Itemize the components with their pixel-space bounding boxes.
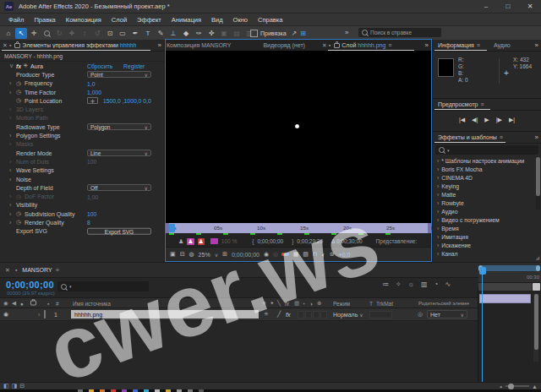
toolbar-overflow-icon[interactable]: » <box>345 29 348 36</box>
dof-factor-value[interactable]: 1,00 <box>87 193 98 199</box>
panel-overflow-icon[interactable]: » <box>535 133 538 141</box>
layer-visibility-icon[interactable]: ◉ <box>3 311 8 318</box>
pixel-aspect-icon[interactable]: ⊚ <box>330 251 335 258</box>
frame-blending-icon[interactable]: ▥ <box>421 280 428 288</box>
expander-icon[interactable]: › <box>9 211 16 217</box>
viewer-playhead[interactable] <box>169 224 175 232</box>
tab-timeline-mansory[interactable]: MANSORY <box>22 267 52 273</box>
rectangle-mask-tool[interactable]: ▭ <box>117 28 128 39</box>
expander-icon[interactable]: › <box>437 175 439 181</box>
layer-expander-icon[interactable]: › <box>38 312 40 318</box>
snap-checkbox[interactable] <box>250 30 258 37</box>
panel-menu-icon[interactable]: ≡ <box>56 267 59 273</box>
expander-icon[interactable]: › <box>437 209 439 215</box>
panel-menu-icon[interactable]: ≡ <box>388 42 391 48</box>
viewer-time-ruler[interactable]: 0s05s10s15s20s25s30 <box>166 223 431 233</box>
multi-view-icon[interactable]: ▣ <box>170 251 176 258</box>
effects-category-matte[interactable]: ›Matte <box>433 190 541 199</box>
stopwatch-icon[interactable]: ◷ <box>16 97 25 104</box>
close-panel-icon[interactable]: ✕ <box>5 267 10 274</box>
source-name-column[interactable]: Имя источника <box>73 300 111 306</box>
zoom-out-icon[interactable]: ▲ <box>500 384 503 389</box>
panel-overflow-icon[interactable]: » <box>425 41 429 49</box>
effects-search-input[interactable]: ▾ <box>435 145 538 155</box>
expander-icon[interactable]: › <box>437 251 439 257</box>
zoom-slider-knob[interactable] <box>508 384 514 389</box>
panel-menu-icon[interactable]: ≡ <box>500 134 503 140</box>
panel-overflow-icon[interactable]: » <box>158 41 161 49</box>
depth-of-field-dropdown[interactable]: Off∨ <box>87 184 151 191</box>
effects-category-аудио[interactable]: ›Аудио <box>433 207 541 215</box>
expander-icon[interactable]: › <box>437 183 439 189</box>
eraser-tool[interactable]: ◆ <box>180 28 192 39</box>
layer-quality-icon[interactable]: ╱ <box>277 311 281 318</box>
selection-tool[interactable]: ↖ <box>15 28 27 39</box>
layer-toggle-cell[interactable] <box>320 311 327 318</box>
maximize-button[interactable]: □ <box>497 0 519 13</box>
tab-effects-presets[interactable]: Эффекты и шаблоны <box>438 134 497 140</box>
stopwatch-icon[interactable]: ◷ <box>16 89 25 95</box>
menu-композиция[interactable]: Композиция <box>61 16 107 24</box>
lock-icon[interactable] <box>14 43 20 48</box>
channel-swatch[interactable] <box>210 238 218 244</box>
last-frame-button[interactable]: ▶| <box>509 117 515 123</box>
num-of-dots-value[interactable]: 100 <box>87 159 96 165</box>
expander-icon[interactable]: › <box>9 159 16 165</box>
effects-category-канал[interactable]: ›Канал <box>433 249 541 258</box>
zoom-tool[interactable] <box>41 28 52 39</box>
parent-pickwhip-icon[interactable]: ◎ <box>418 311 423 318</box>
brush-tool[interactable]: ✎ <box>155 28 167 39</box>
current-timecode[interactable]: 0;00;00;00 <box>6 280 54 290</box>
playhead-handle[interactable] <box>479 267 486 275</box>
duration[interactable]: Δ 0;00;30;00 <box>331 238 363 244</box>
layer-name-selected[interactable]: hhhhh.png <box>71 310 259 318</box>
menu-слой[interactable]: Слой <box>107 16 132 24</box>
layer-duration-bar[interactable] <box>479 294 531 303</box>
stopwatch-icon[interactable]: ◷ <box>16 193 25 200</box>
graph-editor-icon[interactable]: ∿ <box>445 280 451 288</box>
stereo-3d-view-icon[interactable]: ◐ <box>321 252 325 258</box>
tab-effect-controls[interactable]: Элементы управления эффектами hhhhh <box>22 42 136 48</box>
effects-category-искажение[interactable]: ›Искажение <box>433 241 541 249</box>
expander-icon[interactable]: › <box>9 167 16 173</box>
expander-icon[interactable]: › <box>437 234 439 240</box>
home-tool[interactable]: ⌂ <box>3 28 14 39</box>
tab-preview[interactable]: Предпросмотр <box>438 101 478 107</box>
effects-category-keying[interactable]: ›Keying <box>433 182 541 190</box>
expander-icon[interactable]: › <box>437 192 439 198</box>
expander-icon[interactable]: › <box>437 242 439 248</box>
menu-справка[interactable]: Справка <box>253 16 287 24</box>
effects-category-шаблоны-настроек-анимации[interactable]: ›* Шаблоны настроек анимации <box>433 156 541 165</box>
effects-category-boris-fx-mocha[interactable]: ›Boris FX Mocha <box>433 165 541 173</box>
layer-fx-icon[interactable]: fx <box>286 312 290 318</box>
layer-label-swatch[interactable] <box>44 311 46 318</box>
roto-brush-tool[interactable]: ✑ <box>193 28 205 39</box>
lock-icon[interactable] <box>334 43 340 48</box>
stopwatch-icon[interactable]: ◷ <box>16 210 25 217</box>
fx-badge-icon[interactable]: fx <box>16 63 21 69</box>
viewer-timecode[interactable]: 0;00;00;00 <box>232 252 260 258</box>
out-time[interactable]: 0;00;29;29 <box>297 238 323 244</box>
close-panel-icon[interactable]: ✕ <box>3 42 8 49</box>
parent-column[interactable]: Родительский элемент ... <box>418 301 469 306</box>
tab-audio[interactable]: Аудио <box>494 42 511 48</box>
layer-toggle-cell[interactable] <box>305 311 312 318</box>
view-layout-icon[interactable]: ⊓ <box>313 251 317 258</box>
tab-layer[interactable]: ✕ ▪ Слой hhhhh.png ≡ <box>322 42 394 49</box>
transparency-grid-icon[interactable]: ▨ <box>303 251 309 258</box>
expander-icon[interactable]: › <box>437 200 439 206</box>
expander-icon[interactable]: › <box>9 90 16 95</box>
collapse-icon[interactable]: ∨ <box>9 63 16 69</box>
layer-toggle-cell[interactable] <box>313 311 320 318</box>
draft-3d-icon[interactable]: ✧ <box>396 280 402 288</box>
expander-icon[interactable]: › <box>9 202 16 208</box>
scrollbar[interactable] <box>536 157 540 210</box>
panel-menu-icon[interactable]: ≡ <box>480 101 484 107</box>
work-area-bar[interactable] <box>478 283 532 291</box>
layer-blend-mode-dropdown[interactable]: Нормаль ∨ <box>333 312 363 318</box>
timeline-vertical-scrollbar[interactable] <box>533 294 538 362</box>
tab-info[interactable]: Информация <box>438 42 474 48</box>
register-link[interactable]: Register <box>123 63 145 69</box>
next-frame-button[interactable]: |▶ <box>496 117 502 123</box>
first-frame-button[interactable]: |◀ <box>459 117 465 123</box>
